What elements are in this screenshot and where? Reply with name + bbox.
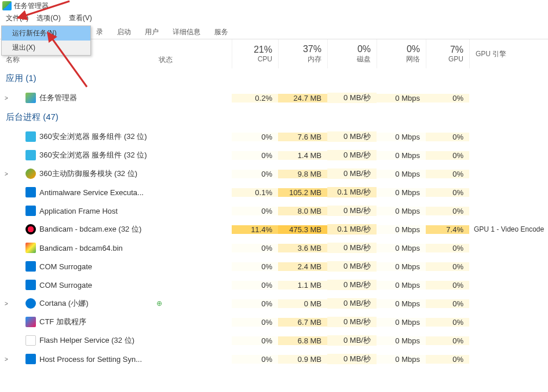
cell-mem: 1.4 MB <box>278 151 327 160</box>
cell-disk: 0 MB/秒 <box>327 243 377 253</box>
process-name: COM Surrogate <box>39 281 92 290</box>
process-row[interactable]: 360安全浏览器 服务组件 (32 位)0%1.4 MB0 MB/秒0 Mbps… <box>0 146 548 164</box>
cell-net: 0 Mbps <box>377 281 426 290</box>
cell-disk: 0 MB/秒 <box>327 206 377 216</box>
process-name-cell: >任务管理器 <box>0 93 156 103</box>
tab-users[interactable]: 用户 <box>139 25 165 39</box>
cell-disk: 0 MB/秒 <box>327 354 377 364</box>
cell-mem: 1.1 MB <box>278 281 327 290</box>
group-header: 应用 (1) <box>0 68 548 89</box>
process-name: Host Process for Setting Syn... <box>39 355 142 364</box>
cell-net: 0 Mbps <box>377 355 426 364</box>
cell-cpu: 0% <box>232 133 278 141</box>
process-row[interactable]: Bandicam - bdcam.exe (32 位)11.4%475.3 MB… <box>0 220 548 239</box>
cell-net: 0 Mbps <box>377 244 426 252</box>
cell-disk: 0 MB/秒 <box>327 261 377 272</box>
cell-net: 0 Mbps <box>377 318 426 327</box>
cell-gpu: 0% <box>426 207 469 215</box>
header-name-label: 名称 <box>6 55 20 65</box>
header-net[interactable]: 0% 网络 <box>377 39 426 68</box>
process-name: Bandicam - bdcam.exe (32 位) <box>39 224 141 235</box>
cell-gpu: 0% <box>426 94 469 102</box>
cell-gpu: 0% <box>426 281 469 290</box>
process-icon <box>25 335 36 346</box>
header-disk[interactable]: 0% 磁盘 <box>327 39 377 68</box>
header-mem[interactable]: 37% 内存 <box>278 39 327 68</box>
cell-gpu: 0% <box>426 336 469 345</box>
header-gpu[interactable]: 7% GPU <box>426 39 469 68</box>
process-row[interactable]: COM Surrogate0%2.4 MB0 MB/秒0 Mbps0% <box>0 257 548 276</box>
cell-cpu: 0% <box>232 207 278 215</box>
process-name: Bandicam - bdcam64.bin <box>39 244 123 252</box>
process-status: ⊕ <box>156 299 232 307</box>
menu-file[interactable]: 文件(F) <box>2 12 32 24</box>
cell-mem: 6.7 MB <box>278 318 327 327</box>
cell-mem: 0.9 MB <box>278 355 327 364</box>
cell-net: 0 Mbps <box>377 225 426 234</box>
expand-chevron-icon[interactable]: > <box>2 356 10 362</box>
cell-net: 0 Mbps <box>377 188 426 197</box>
process-icon <box>25 354 36 364</box>
dropdown-exit[interactable]: 退出(X) <box>2 41 90 55</box>
process-name: 360安全浏览器 服务组件 (32 位) <box>39 131 147 142</box>
menu-view[interactable]: 查看(V) <box>65 12 96 24</box>
group-header: 后台进程 (47) <box>0 107 548 127</box>
dropdown-run-new-task[interactable]: 运行新任务(N) <box>2 26 90 41</box>
header-cpu[interactable]: 21% CPU <box>232 39 278 68</box>
process-icon <box>25 131 36 142</box>
menu-options[interactable]: 选项(O) <box>33 12 64 24</box>
titlebar: 任务管理器 <box>0 0 548 12</box>
process-icon <box>25 224 36 235</box>
cell-cpu: 0% <box>232 318 278 327</box>
process-row[interactable]: >360主动防御服务模块 (32 位)0%9.8 MB0 MB/秒0 Mbps0… <box>0 164 548 183</box>
cell-disk: 0 MB/秒 <box>327 280 377 290</box>
tab-history[interactable]: 录 <box>90 25 109 39</box>
process-row[interactable]: 360安全浏览器 服务组件 (32 位)0%7.6 MB0 MB/秒0 Mbps… <box>0 127 548 146</box>
tab-details[interactable]: 详细信息 <box>167 25 206 39</box>
cell-net: 0 Mbps <box>377 336 426 345</box>
process-icon <box>25 280 36 290</box>
header-status[interactable]: 状态 <box>156 39 232 68</box>
process-row[interactable]: Application Frame Host0%8.0 MB0 MB/秒0 Mb… <box>0 202 548 220</box>
cell-cpu: 0.2% <box>232 94 278 102</box>
process-name-cell: >Host Process for Setting Syn... <box>0 354 156 364</box>
process-list: 应用 (1)>任务管理器0.2%24.7 MB0 MB/秒0 Mbps0%后台进… <box>0 68 548 368</box>
process-name-cell: 360安全浏览器 服务组件 (32 位) <box>0 131 156 142</box>
process-row[interactable]: >Host Process for Setting Syn...0%0.9 MB… <box>0 350 548 368</box>
process-name-cell: Flash Helper Service (32 位) <box>0 335 156 346</box>
cell-mem: 0 MB <box>278 299 327 308</box>
header-gpu-engine[interactable]: GPU 引擎 <box>469 39 548 68</box>
tab-startup[interactable]: 启动 <box>111 25 137 39</box>
expand-chevron-icon[interactable]: > <box>2 301 10 307</box>
cell-net: 0 Mbps <box>377 94 426 102</box>
menubar: 文件(F) 选项(O) 查看(V) <box>0 12 548 24</box>
process-icon <box>25 261 36 272</box>
app-icon <box>2 1 12 10</box>
process-row[interactable]: Antimalware Service Executa...0.1%105.2 … <box>0 183 548 202</box>
window-title: 任务管理器 <box>14 1 49 11</box>
process-name: 360安全浏览器 服务组件 (32 位) <box>39 150 147 160</box>
cell-disk: 0 MB/秒 <box>327 131 377 142</box>
cell-mem: 6.8 MB <box>278 336 327 345</box>
leaf-icon: ⊕ <box>156 299 162 307</box>
expand-chevron-icon[interactable]: > <box>2 95 10 101</box>
process-row[interactable]: Flash Helper Service (32 位)0%6.8 MB0 MB/… <box>0 331 548 350</box>
cell-gpu: 0% <box>426 355 469 364</box>
cell-mem: 24.7 MB <box>278 94 327 102</box>
process-row[interactable]: CTF 加载程序0%6.7 MB0 MB/秒0 Mbps0% <box>0 313 548 331</box>
cell-mem: 3.6 MB <box>278 244 327 252</box>
process-name-cell: COM Surrogate <box>0 261 156 272</box>
process-name: Flash Helper Service (32 位) <box>39 335 134 346</box>
cell-cpu: 0% <box>232 262 278 271</box>
expand-chevron-icon[interactable]: > <box>2 171 10 177</box>
cell-mem: 2.4 MB <box>278 262 327 271</box>
process-row[interactable]: Bandicam - bdcam64.bin0%3.6 MB0 MB/秒0 Mb… <box>0 239 548 257</box>
cell-cpu: 0% <box>232 299 278 308</box>
process-row[interactable]: >Cortana (小娜)⊕0%0 MB0 MB/秒0 Mbps0% <box>0 294 548 313</box>
tab-services[interactable]: 服务 <box>209 25 234 39</box>
process-row[interactable]: COM Surrogate0%1.1 MB0 MB/秒0 Mbps0% <box>0 276 548 294</box>
process-name: 360主动防御服务模块 (32 位) <box>39 168 137 179</box>
cell-disk: 0 MB/秒 <box>327 150 377 160</box>
process-row[interactable]: >任务管理器0.2%24.7 MB0 MB/秒0 Mbps0% <box>0 89 548 107</box>
cell-gpu: 0% <box>426 262 469 271</box>
